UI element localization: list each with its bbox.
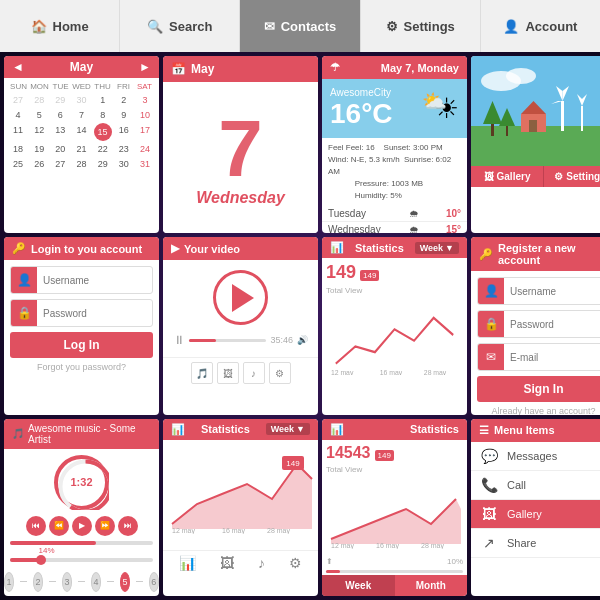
page-3[interactable]: 3: [62, 572, 72, 592]
stats-icon-image[interactable]: 🖼: [220, 555, 234, 571]
already-account-link[interactable]: Already have an account?: [477, 406, 600, 414]
pagination: 1 2 3 4 5 6: [4, 568, 159, 594]
lock-icon: 🔒: [11, 300, 37, 326]
nav-item-settings[interactable]: ⚙ Settings: [361, 0, 481, 52]
calendar-days: 27 28 29 30 1 2 3 4 5 6 7 8 9 10 11 12 1…: [8, 93, 155, 171]
register-header: 🔑 Register a new account: [471, 237, 600, 271]
menu-item-messages[interactable]: 💬 Messages: [471, 442, 600, 471]
calendar-days-header: SUNMONTUEWEDTHUFRISAT: [8, 82, 155, 91]
stats-icon-music[interactable]: ♪: [258, 555, 265, 571]
nav-item-home[interactable]: 🏠 Home: [0, 0, 120, 52]
stats-big-week-badge[interactable]: Week ▼: [266, 423, 310, 435]
cal-prev-icon[interactable]: ◄: [12, 60, 24, 74]
gallery-button[interactable]: 🖼 Gallery: [471, 166, 544, 187]
stats-week-badge[interactable]: Week ▼: [415, 242, 459, 254]
media-icon-music[interactable]: 🎵: [191, 362, 213, 384]
volume-label: 14%: [39, 546, 55, 555]
media-icon-note[interactable]: ♪: [243, 362, 265, 384]
page-5[interactable]: 5: [120, 572, 130, 592]
stats-bottom-card: 📊 Statistics 14543 149 Total View 12 may…: [322, 419, 467, 596]
forgot-password-link[interactable]: Forgot you password?: [10, 362, 153, 372]
stats-icon-settings[interactable]: ⚙: [289, 555, 302, 571]
reg-username-input[interactable]: [504, 282, 600, 301]
music-controls: ⏮ ⏪ ▶ ⏩ ⏭: [26, 516, 138, 536]
bigdate-card: 📅 May 7 Wednesday: [163, 56, 318, 233]
reg-email-input[interactable]: [504, 348, 600, 367]
chart-bottom-icon: 📊: [330, 423, 344, 436]
volume-knob[interactable]: [36, 555, 46, 565]
video-header-icon: ▶: [171, 242, 179, 255]
cal-next-icon[interactable]: ►: [139, 60, 151, 74]
stats-week-label: Week: [420, 243, 443, 253]
login-button[interactable]: Log In: [10, 332, 153, 358]
fastforward-button[interactable]: ⏩: [95, 516, 115, 536]
page-2[interactable]: 2: [33, 572, 43, 592]
stats-big-chart: 149 12 may 16 may 28 may: [167, 444, 314, 534]
menu-item-share[interactable]: ↗ Share: [471, 529, 600, 558]
svg-text:149: 149: [286, 459, 300, 468]
volume-icon[interactable]: 🔊: [297, 335, 308, 345]
stats-small-label: Total View: [326, 286, 362, 295]
reg-username-row: 👤: [477, 277, 600, 305]
reg-email-row: ✉: [477, 343, 600, 371]
tab-month[interactable]: Month: [395, 575, 468, 596]
media-icon-image[interactable]: 🖼: [217, 362, 239, 384]
play-music-button[interactable]: ▶: [72, 516, 92, 536]
media-icon-settings[interactable]: ⚙: [269, 362, 291, 384]
username-input[interactable]: [37, 271, 152, 290]
menu-item-gallery[interactable]: 🖼 Gallery: [471, 500, 600, 529]
share-icon: ↗: [479, 535, 499, 551]
rewind-button[interactable]: ⏪: [49, 516, 69, 536]
signin-button[interactable]: Sign In: [477, 376, 600, 402]
calendar-icon: 📅: [171, 62, 186, 76]
tab-week[interactable]: Week: [322, 575, 395, 596]
pause-icon[interactable]: ⏸: [173, 333, 185, 347]
next-button[interactable]: ⏭: [118, 516, 138, 536]
stats-bottom-body: 14543 149 Total View 12 may 16 may 28 ma…: [322, 440, 467, 555]
menu-icon: ☰: [479, 424, 489, 437]
gallery-card: 🖼 Gallery ⚙ Settings: [471, 56, 600, 233]
video-progress-bar[interactable]: [189, 339, 266, 342]
register-title: Register a new account: [498, 242, 600, 266]
stats-small-chart: 12 may 16 may 28 may: [326, 295, 463, 375]
svg-text:16 may: 16 may: [222, 527, 245, 534]
nav-item-search[interactable]: 🔍 Search: [120, 0, 240, 52]
video-header: ▶ Your video: [163, 237, 318, 260]
settings-icon: ⚙: [386, 19, 398, 34]
stats-small-card: 📊 Statistics Week ▼ 149 149 Total View 1…: [322, 237, 467, 414]
nav-label-home: Home: [53, 19, 89, 34]
weather-cloud-icon: ⛅: [422, 89, 447, 113]
page-line-3: [78, 581, 85, 582]
reg-password-row: 🔒: [477, 310, 600, 338]
stats-icon-chart[interactable]: 📊: [179, 555, 196, 571]
menu-item-call[interactable]: 📞 Call: [471, 471, 600, 500]
page-6[interactable]: 6: [149, 572, 159, 592]
chart-big-icon: 📊: [171, 423, 185, 436]
svg-rect-14: [491, 124, 494, 136]
nav-item-account[interactable]: 👤 Account: [481, 0, 600, 52]
page-1[interactable]: 1: [4, 572, 14, 592]
calendar-month: May: [70, 60, 93, 74]
reg-password-input[interactable]: [504, 315, 600, 334]
settings-button[interactable]: ⚙ Settings: [544, 166, 600, 187]
music-seek-bar[interactable]: [10, 541, 153, 545]
settings-btn-label: Settings: [566, 171, 600, 182]
login-card: 🔑 Login to you account 👤 🔒 Log In Forgot…: [4, 237, 159, 414]
menu-card: ☰ Menu Items 💬 Messages 📞 Call 🖼 Gallery…: [471, 419, 600, 596]
menu-items-list: 💬 Messages 📞 Call 🖼 Gallery ↗ Share: [471, 442, 600, 558]
page-line-1: [20, 581, 27, 582]
svg-text:12 may: 12 may: [172, 527, 195, 534]
video-time: 35:46: [270, 335, 293, 345]
weather-header: ☂ May 7, Monday: [322, 56, 467, 79]
contacts-icon: ✉: [264, 19, 275, 34]
gallery-btn-label: Gallery: [497, 171, 531, 182]
nav-item-contacts[interactable]: ✉ Contacts: [240, 0, 360, 52]
password-input[interactable]: [37, 304, 152, 323]
play-button[interactable]: [213, 270, 268, 325]
page-4[interactable]: 4: [91, 572, 101, 592]
volume-bar[interactable]: 14%: [10, 558, 153, 562]
stats-small-value: 149: [326, 262, 356, 283]
calendar-header: ◄ May ►: [4, 56, 159, 78]
weather-header-text: May 7, Monday: [381, 62, 459, 74]
prev-button[interactable]: ⏮: [26, 516, 46, 536]
